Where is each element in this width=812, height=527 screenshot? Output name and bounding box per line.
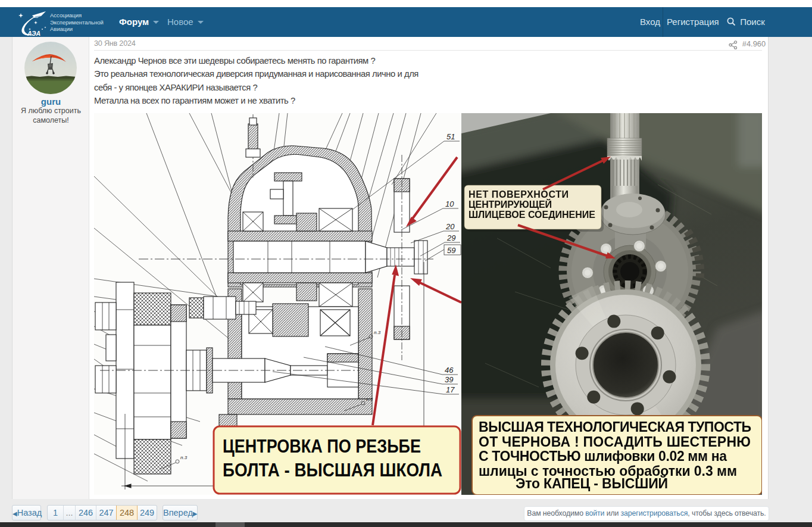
svg-text:17: 17: [446, 385, 455, 394]
svg-text:ШЛИЦЕВОЕ СОЕДИНЕНИЕ: ШЛИЦЕВОЕ СОЕДИНЕНИЕ: [469, 210, 595, 220]
svg-text:БОЛТА - ВЫСШАЯ ШКОЛА: БОЛТА - ВЫСШАЯ ШКОЛА: [223, 460, 442, 481]
svg-text:46: 46: [445, 366, 454, 375]
svg-text:НЕТ ПОВЕРХНОСТИ: НЕТ ПОВЕРХНОСТИ: [469, 189, 569, 199]
svg-text:10: 10: [445, 199, 454, 208]
svg-text:ВЫСШАЯ ТЕХНОЛОГИЧЕСКАЯ ТУПОСТЬ: ВЫСШАЯ ТЕХНОЛОГИЧЕСКАЯ ТУПОСТЬ: [479, 419, 751, 435]
svg-text:29: 29: [446, 233, 455, 242]
svg-text:ЦЕНТРИРУЮЩЕЙ: ЦЕНТРИРУЮЩЕЙ: [469, 199, 552, 210]
svg-text:39: 39: [445, 375, 453, 384]
svg-text:51: 51: [446, 132, 455, 141]
svg-text:ОТ ЧЕРНОВА ! ПОСАДИТЬ ШЕСТЕ: ОТ ЧЕРНОВА ! ПОСАДИТЬ ШЕСТЕРНЮ: [479, 434, 751, 450]
svg-text:С ТОЧНОСТЬЮ шлифовки 0.02 мм: С ТОЧНОСТЬЮ шлифовки 0.02 мм на: [479, 448, 727, 464]
svg-text:п.3: п.3: [366, 397, 373, 402]
svg-text:п.3: п.3: [374, 330, 381, 335]
svg-text:ЦЕНТРОВКА ПО РЕЗЬБЕ: ЦЕНТРОВКА ПО РЕЗЬБЕ: [223, 436, 421, 457]
svg-text:Это КАПЕЦ - ВЫСШИЙ: Это КАПЕЦ - ВЫСШИЙ: [516, 475, 668, 491]
svg-text:20: 20: [445, 222, 455, 231]
svg-text:п.3: п.3: [180, 455, 188, 460]
svg-text:АЭА: АЭА: [27, 30, 40, 36]
svg-text:59: 59: [447, 246, 455, 255]
